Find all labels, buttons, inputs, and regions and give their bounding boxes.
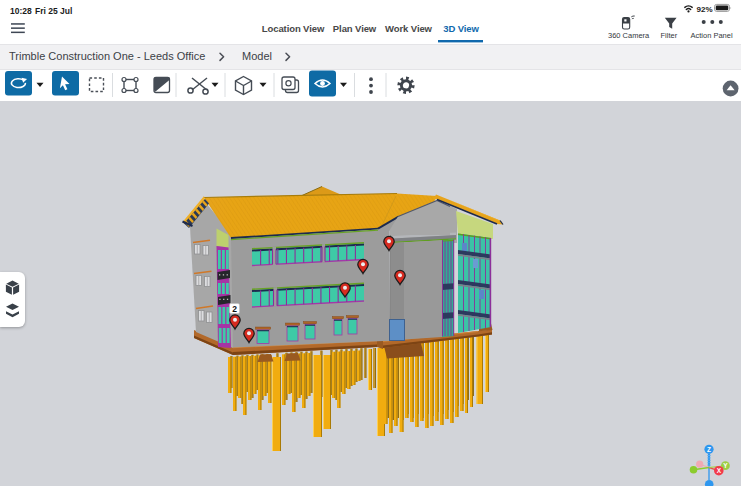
svg-text:2: 2 xyxy=(232,304,237,314)
svg-text:X: X xyxy=(717,467,722,474)
svg-text:Z: Z xyxy=(707,446,711,453)
svg-text:Y: Y xyxy=(723,462,728,469)
